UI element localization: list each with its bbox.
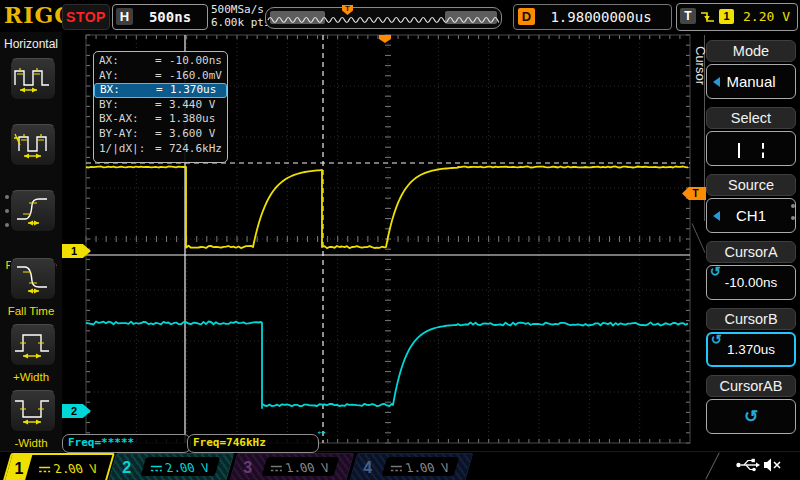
rise-time-icon (11, 191, 53, 229)
channel-4-cell[interactable]: 4 1.00 V (349, 453, 473, 480)
falling-edge-icon (699, 9, 717, 25)
trigger-level-value: 2.20 V (739, 4, 794, 30)
cursor-row-ay: AY:=-160.0mV (94, 69, 227, 84)
ch2-freq-readout: Freq=***** (62, 434, 191, 453)
timebase-value: 500ns (137, 5, 203, 29)
cursor-row-by: BY:=3.440 V (94, 98, 227, 113)
period-icon (11, 59, 53, 97)
channel-1-cell[interactable]: 1 2.00 V (2, 453, 115, 480)
channel-2-scale: 2.00 V (141, 457, 220, 476)
select-arrow-icon (713, 77, 720, 87)
minus-width-label: -Width (0, 437, 62, 449)
channel-1-scale: 2.00 V (29, 458, 108, 477)
memory-waveform-bar[interactable]: T (265, 7, 502, 29)
rise-time-button[interactable] (10, 190, 56, 232)
channel-2-badge: 2 (109, 454, 143, 480)
channel-3-cell[interactable]: 3 1.00 V (229, 453, 354, 480)
menu-item-cursor-a[interactable]: CursorA ↺ -10.00ns (706, 241, 796, 301)
right-softkey-menu: Cursor Mode Manual Select Source CH1 Cur… (690, 32, 800, 451)
menu-item-source[interactable]: Source CH1 (706, 174, 796, 234)
channel-status-bar: 1 2.00 V 2 2.00 V 3 1.00 V 4 1.00 V (0, 451, 800, 480)
right-menu-page-dots (791, 204, 795, 228)
plus-width-button[interactable] (10, 324, 56, 366)
memory-depth: 6.00k pts (211, 16, 271, 29)
system-icons (735, 456, 783, 478)
delay-box[interactable]: D 1.98000000us (513, 4, 672, 30)
sample-rate: 500MSa/s (211, 3, 271, 16)
menu-item-cursor-b[interactable]: CursorB ↺ 1.370us (706, 308, 796, 368)
cursor-a-line-icon (738, 143, 740, 158)
dc-coupling-icon (270, 464, 283, 473)
channel-3-badge: 3 (230, 454, 264, 480)
left-function-menu: Horizontal Period Freq Rise Time (0, 32, 62, 451)
cursor-row-freq: 1/|dX|:=724.6kHz (94, 142, 227, 157)
channel-3-scale: 1.00 V (262, 457, 339, 476)
delay-label: D (518, 8, 535, 25)
period-button[interactable] (10, 58, 56, 100)
memory-squiggle (266, 8, 499, 26)
menu-item-select[interactable]: Select (706, 107, 796, 167)
delay-value: 1.98000000us (536, 5, 666, 29)
cursor-row-bxax: BX-AX:=1.380us (94, 112, 227, 127)
channel-4-badge: 4 (350, 454, 384, 480)
left-menu-title: Horizontal (0, 37, 62, 51)
fall-time-button[interactable] (10, 258, 56, 300)
knob-icon: ↺ (711, 333, 722, 347)
sound-muted-icon (764, 459, 780, 472)
run-state-badge[interactable]: STOP (62, 4, 110, 30)
menu-item-mode[interactable]: Mode Manual (706, 40, 796, 100)
menu-tab-diagonal (692, 223, 706, 253)
cursor-b-value[interactable]: ↺ 1.370us (706, 332, 796, 367)
cursor-measurement-box: AX:=-10.00ns AY:=-160.0mV BX:=1.370us BY… (93, 51, 228, 163)
cursor-b-line-icon (762, 143, 764, 158)
left-menu-page-dots (5, 195, 10, 237)
dc-coupling-icon (150, 464, 163, 473)
channel-1-badge: 1 (5, 455, 33, 480)
cursor-row-bx: BX:=1.370us (94, 83, 227, 98)
dc-coupling-icon (390, 464, 403, 473)
usb-icon (736, 459, 760, 472)
ch1-freq-readout: Freq=746kHz (187, 434, 319, 453)
trigger-label: T (680, 8, 696, 24)
dc-coupling-icon (38, 465, 51, 474)
knob-icon: ↺ (744, 407, 758, 426)
minus-width-button[interactable] (10, 390, 56, 432)
top-status-bar: RIGOL STOP H 500ns 500MSa/s 6.00k pts T … (0, 0, 800, 33)
acquisition-info: 500MSa/s 6.00k pts (211, 3, 271, 29)
mode-value[interactable]: Manual (706, 64, 796, 99)
minus-width-icon (11, 391, 53, 429)
cursor-ab-value[interactable]: ↺ (706, 399, 796, 434)
plus-width-icon (11, 325, 53, 363)
cursor-a-value[interactable]: ↺ -10.00ns (706, 265, 796, 300)
cursor-row-byay: BY-AY:=3.600 V (94, 127, 227, 142)
cursor-row-ax: AX:=-10.00ns (94, 54, 227, 69)
channel-2-cell[interactable]: 2 2.00 V (108, 453, 234, 480)
fall-time-label: Fall Time (0, 305, 62, 317)
channel-4-scale: 1.00 V (382, 457, 459, 476)
horizontal-timebase-box[interactable]: H 500ns (112, 4, 208, 30)
plus-width-label: +Width (0, 371, 62, 383)
freq-button[interactable] (10, 124, 56, 166)
trigger-source-badge: 1 (719, 9, 734, 24)
source-value[interactable]: CH1 (706, 198, 796, 233)
menu-item-cursor-ab[interactable]: CursorAB ↺ (706, 375, 796, 435)
select-arrow-icon (713, 211, 720, 221)
horizontal-label: H (116, 8, 133, 25)
knob-icon: ↺ (710, 265, 721, 279)
freq-icon (11, 125, 53, 163)
trigger-status-box[interactable]: T 1 2.20 V (676, 3, 798, 31)
fall-time-icon (11, 259, 53, 297)
select-value[interactable] (706, 131, 796, 166)
